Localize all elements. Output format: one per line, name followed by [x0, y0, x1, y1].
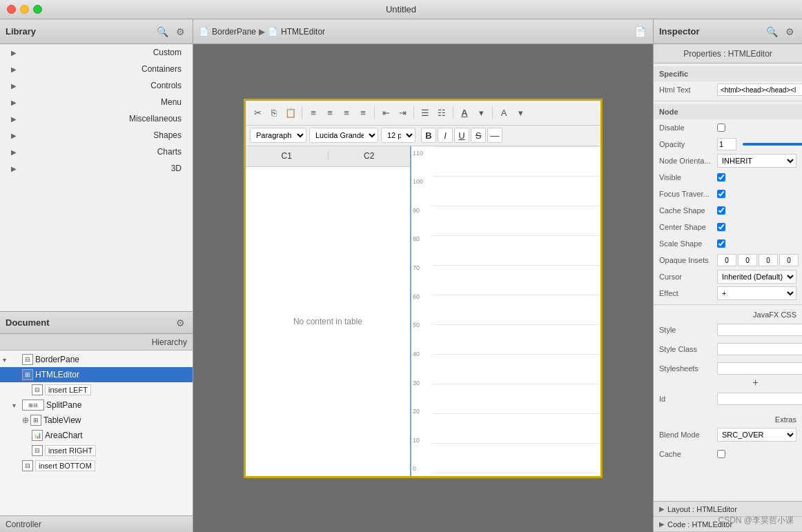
tree-item-splitpane[interactable]: ▾ ⊞⊟ SplitPane — [0, 397, 193, 413]
close-button[interactable] — [7, 5, 16, 14]
toolbar-separator — [302, 106, 302, 119]
center-shape-checkbox[interactable] — [717, 223, 725, 231]
indent-button[interactable]: ⇥ — [395, 105, 410, 120]
tree-item-insert-left[interactable]: ⊟ insert LEFT — [0, 382, 193, 397]
effect-select[interactable]: + — [717, 286, 796, 300]
search-icon[interactable]: 🔍 — [155, 25, 169, 39]
node-header: Node — [654, 104, 802, 119]
inspector-gear-icon[interactable]: ⚙ — [783, 25, 796, 39]
controller-label: Controller — [6, 520, 41, 529]
opacity-slider[interactable] — [742, 143, 802, 146]
library-item-3d[interactable]: ▶ 3D — [0, 160, 193, 177]
style-input[interactable] — [717, 324, 802, 336]
outdent-button[interactable]: ⇤ — [378, 105, 393, 120]
breadcrumb-htmleditor[interactable]: HTMLEditor — [281, 27, 325, 37]
strikethrough-button[interactable]: S — [471, 128, 486, 143]
align-center-button[interactable]: ≡ — [322, 105, 338, 120]
document-options-icon[interactable]: ⚙ — [173, 316, 187, 330]
library-item-miscellaneous[interactable]: ▶ Miscellaneous — [0, 110, 193, 127]
scale-shape-checkbox[interactable] — [717, 239, 725, 248]
library-item-controls[interactable]: ▶ Controls — [0, 77, 193, 94]
list-ul-button[interactable]: ☰ — [418, 105, 433, 120]
underline-button[interactable]: U — [454, 128, 469, 143]
stylesheet-add-button[interactable]: + — [714, 377, 796, 388]
library-item-containers[interactable]: ▶ Containers — [0, 61, 193, 77]
insert-right-icon: ⊟ — [32, 445, 43, 456]
node-orient-row: Node Orienta... INHERIT — [654, 152, 802, 169]
visible-checkbox[interactable] — [717, 173, 725, 181]
column-header-c1[interactable]: C1 — [246, 151, 329, 161]
properties-label: Properties : HTMLEditor — [683, 49, 772, 59]
canvas-doc-button[interactable]: 📄 — [632, 24, 647, 39]
list-ol-button[interactable]: ☷ — [434, 105, 449, 120]
column-header-c2[interactable]: C2 — [329, 151, 411, 161]
opacity-input[interactable] — [717, 138, 736, 150]
blend-mode-select[interactable]: SRC_OVER — [717, 428, 796, 442]
chart-y-axis: 110 100 90 80 70 60 50 40 30 20 — [411, 146, 432, 476]
copy-button[interactable]: ⎘ — [266, 105, 282, 120]
bg-color-button[interactable]: A — [496, 105, 511, 120]
canvas-area: ✂ ⎘ 📋 ≡ ≡ ≡ ≡ ⇤ ⇥ ☰ ☷ — [193, 44, 653, 532]
bg-color-dropdown[interactable]: ▾ — [513, 105, 528, 120]
library-item-charts[interactable]: ▶ Charts — [0, 144, 193, 160]
html-text-input[interactable] — [717, 83, 802, 96]
titlebar: Untitled — [0, 0, 802, 19]
inset-right[interactable] — [738, 254, 757, 266]
inset-bottom[interactable] — [759, 254, 778, 266]
font-color-dropdown[interactable]: ▾ — [473, 105, 489, 120]
cache-checkbox[interactable] — [717, 450, 725, 458]
cache-shape-checkbox[interactable] — [717, 206, 725, 215]
minimize-button[interactable] — [20, 5, 29, 14]
properties-tab[interactable]: Properties : HTMLEditor — [654, 44, 802, 63]
tree-item-borderpane[interactable]: ▾ ⊟ BorderPane — [0, 352, 193, 367]
grid-line — [432, 443, 600, 444]
inset-top[interactable] — [717, 254, 736, 266]
align-right-button[interactable]: ≡ — [339, 105, 354, 120]
split-content: C1 C2 No content in table 110 — [246, 146, 600, 476]
bold-button[interactable]: B — [421, 128, 436, 143]
tree-item-insert-right[interactable]: ⊟ insert RIGHT — [0, 443, 193, 458]
disable-checkbox[interactable] — [717, 124, 725, 132]
inspector-search-icon[interactable]: 🔍 — [765, 25, 779, 39]
focus-checkbox[interactable] — [717, 190, 725, 198]
library-item-custom[interactable]: ▶ Custom — [0, 44, 193, 61]
html-text-row: Html Text — [654, 81, 802, 98]
chart-section: 110 100 90 80 70 60 50 40 30 20 — [411, 146, 600, 476]
tree-item-htmleditor[interactable]: ⊞ HTMLEditor — [0, 367, 193, 382]
italic-button[interactable]: I — [438, 128, 453, 143]
toolbar-separator — [492, 106, 493, 119]
scale-shape-row: Scale Shape — [654, 235, 802, 252]
paragraph-select[interactable]: Paragraph — [250, 128, 306, 143]
doc-icon2: 📄 — [268, 27, 278, 37]
library-item-shapes[interactable]: ▶ Shapes — [0, 127, 193, 144]
cut-button[interactable]: ✂ — [250, 105, 265, 120]
tree-label: BorderPane — [35, 355, 79, 364]
arrow-icon: ▶ — [11, 82, 21, 90]
tree-item-areachart[interactable]: 📊 AreaChart — [0, 428, 193, 443]
size-select[interactable]: 12 pt — [381, 128, 415, 143]
font-select[interactable]: Lucida Grande — [309, 128, 378, 143]
tree-item-insert-bottom[interactable]: ⊟ insert BOTTOM — [0, 458, 193, 473]
style-class-input[interactable] — [717, 343, 802, 355]
cache-label: Cache — [659, 450, 714, 458]
tree-item-tableview[interactable]: ⊕ ⊞ TableView — [0, 413, 193, 428]
fullscreen-button[interactable] — [33, 5, 42, 14]
breadcrumb-borderpane[interactable]: BorderPane — [212, 27, 256, 37]
font-color-button[interactable]: A — [457, 105, 472, 120]
node-orient-select[interactable]: INHERIT — [717, 154, 796, 168]
disable-label: Disable — [659, 124, 714, 132]
library-item-menu[interactable]: ▶ Menu — [0, 94, 193, 110]
align-left-button[interactable]: ≡ — [306, 105, 321, 120]
paste-button[interactable]: 📋 — [283, 105, 298, 120]
inset-left[interactable] — [779, 254, 799, 266]
window-title: Untitled — [386, 4, 416, 14]
id-input[interactable] — [717, 393, 802, 405]
stylesheets-input[interactable] — [717, 362, 802, 375]
hr-button[interactable]: — — [487, 128, 502, 143]
cursor-select[interactable]: Inherited (Default) — [717, 270, 796, 284]
expand-arrow-icon: ▾ — [3, 356, 12, 364]
justify-button[interactable]: ≡ — [355, 105, 371, 120]
gear-icon[interactable]: ⚙ — [173, 25, 187, 39]
y-label: 110 — [413, 150, 431, 157]
visible-label: Visible — [659, 173, 714, 181]
